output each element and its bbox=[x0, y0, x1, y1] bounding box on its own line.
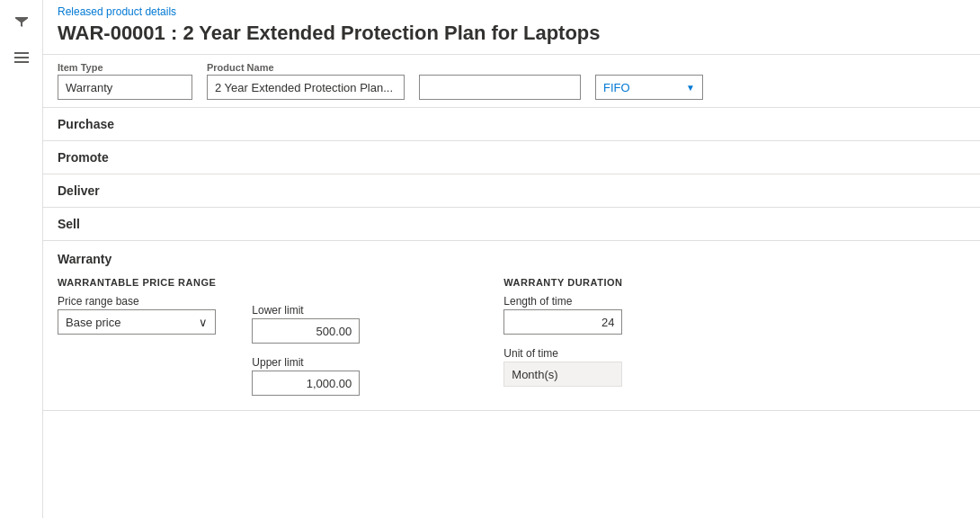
limits-block: Lower limit 500.00 Upper limit 1,000.00 bbox=[252, 277, 360, 396]
unit-of-time-label: Unit of time bbox=[503, 347, 622, 360]
svg-rect-1 bbox=[14, 57, 29, 58]
item-type-label: Item type bbox=[58, 62, 192, 73]
product-name-field: Product name 2 Year Extended Protection … bbox=[207, 62, 405, 100]
unit-of-time-value: Month(s) bbox=[503, 362, 622, 387]
lower-limit-label: Lower limit bbox=[252, 304, 360, 317]
page-title: WAR-00001 : 2 Year Extended Protection P… bbox=[43, 20, 980, 54]
length-of-time-label: Length of time bbox=[503, 295, 622, 308]
deliver-section[interactable]: Deliver bbox=[43, 174, 980, 208]
svg-rect-2 bbox=[14, 61, 29, 63]
promote-section[interactable]: Promote bbox=[43, 141, 980, 174]
upper-limit-input[interactable]: 1,000.00 bbox=[252, 371, 360, 396]
price-range-block-title: WARRANTABLE PRICE RANGE bbox=[58, 277, 216, 288]
upper-limit-label: Upper limit bbox=[252, 356, 360, 369]
filter-icon[interactable] bbox=[7, 7, 36, 36]
empty-field bbox=[419, 62, 581, 100]
price-range-base-select[interactable]: Base price ∨ bbox=[58, 309, 216, 335]
price-range-base-chevron: ∨ bbox=[199, 316, 208, 329]
cost-method-value: FIFO bbox=[603, 81, 630, 94]
breadcrumb[interactable]: Released product details bbox=[43, 0, 980, 20]
price-range-base-value: Base price bbox=[66, 316, 120, 329]
lower-limit-input[interactable]: 500.00 bbox=[252, 318, 360, 344]
item-type-value: Warranty bbox=[58, 75, 192, 100]
sidebar bbox=[0, 0, 43, 518]
purchase-section[interactable]: Purchase bbox=[43, 108, 980, 141]
unit-of-time-group: Unit of time Month(s) bbox=[503, 347, 622, 387]
upper-limit-group: Upper limit 1,000.00 bbox=[252, 356, 360, 396]
warranty-section: Warranty WARRANTABLE PRICE RANGE Price r… bbox=[43, 241, 980, 411]
length-of-time-group: Length of time 24 bbox=[503, 295, 622, 335]
warranty-section-title: Warranty bbox=[58, 252, 966, 266]
product-name-value: 2 Year Extended Protection Plan... bbox=[207, 75, 405, 100]
cost-method-dropdown[interactable]: FIFO ▼ bbox=[595, 75, 703, 100]
main-content: Released product details WAR-00001 : 2 Y… bbox=[43, 0, 980, 518]
price-range-base-group: Price range base Base price ∨ bbox=[58, 295, 216, 335]
warranty-duration-block: WARRANTY DURATION Length of time 24 Unit… bbox=[503, 277, 622, 387]
sell-section[interactable]: Sell bbox=[43, 208, 980, 241]
chevron-down-icon: ▼ bbox=[686, 83, 695, 93]
menu-icon[interactable] bbox=[7, 43, 36, 72]
content-area: Item type Warranty Product name 2 Year E… bbox=[43, 54, 980, 518]
top-fields-row: Item type Warranty Product name 2 Year E… bbox=[43, 55, 980, 108]
empty-field-box bbox=[419, 75, 581, 100]
cost-method-field: FIFO ▼ bbox=[595, 62, 703, 100]
product-name-label: Product name bbox=[207, 62, 405, 73]
duration-block-title: WARRANTY DURATION bbox=[503, 277, 622, 288]
lower-limit-group: Lower limit 500.00 bbox=[252, 304, 360, 344]
warranty-content: WARRANTABLE PRICE RANGE Price range base… bbox=[58, 277, 966, 396]
warrantable-price-range-block: WARRANTABLE PRICE RANGE Price range base… bbox=[58, 277, 216, 335]
item-type-field: Item type Warranty bbox=[58, 62, 192, 100]
length-of-time-input[interactable]: 24 bbox=[503, 309, 622, 335]
price-range-base-label: Price range base bbox=[58, 295, 216, 308]
svg-rect-0 bbox=[14, 52, 29, 54]
